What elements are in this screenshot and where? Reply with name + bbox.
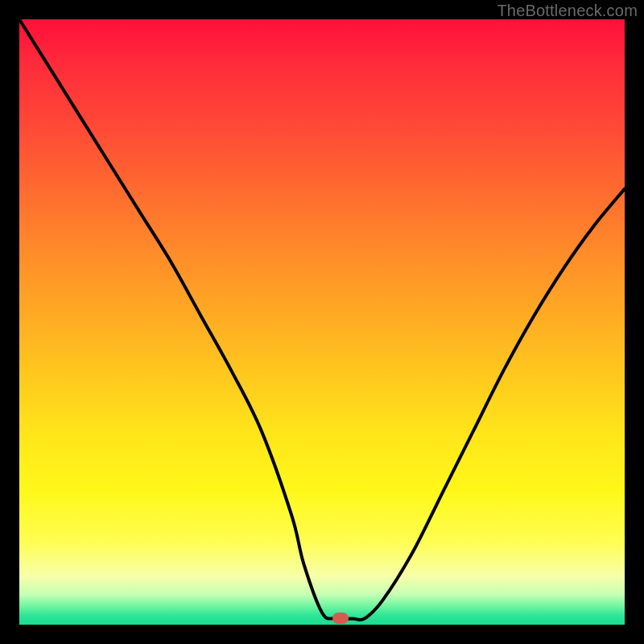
bottleneck-curve [19,19,625,625]
minimum-marker [332,613,349,624]
plot-area [19,19,625,625]
chart-frame: TheBottleneck.com [0,0,644,644]
watermark-text: TheBottleneck.com [497,2,638,20]
